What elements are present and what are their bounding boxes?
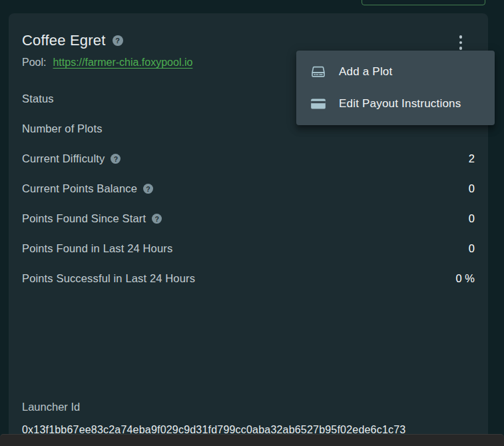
stat-label: Status: [22, 93, 54, 105]
top-outlined-button[interactable]: [362, 0, 485, 5]
stat-value: 0 %: [456, 272, 475, 285]
stat-row-current-difficulty: Current Difficulty ? 2: [22, 144, 475, 174]
plot-drive-icon: [310, 63, 327, 81]
launcher-id-block: Launcher Id 0x13f1bb67ee83c2a74eba9f029c…: [22, 399, 475, 437]
stat-value: 0: [469, 242, 475, 255]
kebab-dot: [459, 35, 463, 39]
stat-label: Points Found in Last 24 Hours: [22, 242, 172, 255]
launcher-id-label: Launcher Id: [22, 399, 475, 415]
stat-label: Points Successful in Last 24 Hours: [22, 272, 195, 285]
stat-row-points-successful-24h: Points Successful in Last 24 Hours 0 %: [22, 264, 475, 294]
stat-label: Current Points Balance: [22, 182, 137, 195]
stat-label: Number of Plots: [22, 122, 103, 135]
menu-item-label: Edit Payout Instructions: [339, 97, 461, 111]
pool-label: Pool:: [22, 57, 46, 69]
pool-row: Pool: https://farmer-chia.foxypool.io: [22, 55, 192, 71]
help-icon[interactable]: ?: [111, 154, 121, 164]
stat-label: Current Difficulty: [22, 152, 105, 165]
context-menu: Add a Plot Edit Payout Instructions: [296, 51, 495, 125]
menu-item-add-plot[interactable]: Add a Plot: [296, 56, 495, 88]
pool-link[interactable]: https://farmer-chia.foxypool.io: [53, 57, 192, 69]
help-icon[interactable]: ?: [152, 214, 162, 224]
stat-value: 0: [469, 212, 475, 225]
stat-value: 2: [469, 152, 475, 165]
stat-label: Points Found Since Start: [22, 212, 146, 225]
title-help-icon[interactable]: ?: [113, 35, 123, 46]
kebab-dot: [459, 41, 463, 45]
kebab-menu-button[interactable]: [452, 33, 469, 53]
kebab-dot: [459, 47, 463, 50]
page-title: Coffee Egret: [22, 31, 106, 51]
stat-row-points-found-24h: Points Found in Last 24 Hours 0: [22, 234, 475, 264]
card-title-row: Coffee Egret ?: [22, 31, 123, 51]
credit-card-icon: [310, 95, 327, 112]
menu-item-label: Add a Plot: [339, 65, 392, 79]
help-icon[interactable]: ?: [143, 184, 153, 194]
stat-row-points-found-since-start: Points Found Since Start ? 0: [22, 204, 475, 234]
bottom-bar: [0, 434, 504, 446]
menu-item-edit-payout-instructions[interactable]: Edit Payout Instructions: [296, 88, 495, 120]
stat-row-current-points-balance: Current Points Balance ? 0: [22, 174, 475, 204]
stat-value: 0: [469, 182, 475, 195]
